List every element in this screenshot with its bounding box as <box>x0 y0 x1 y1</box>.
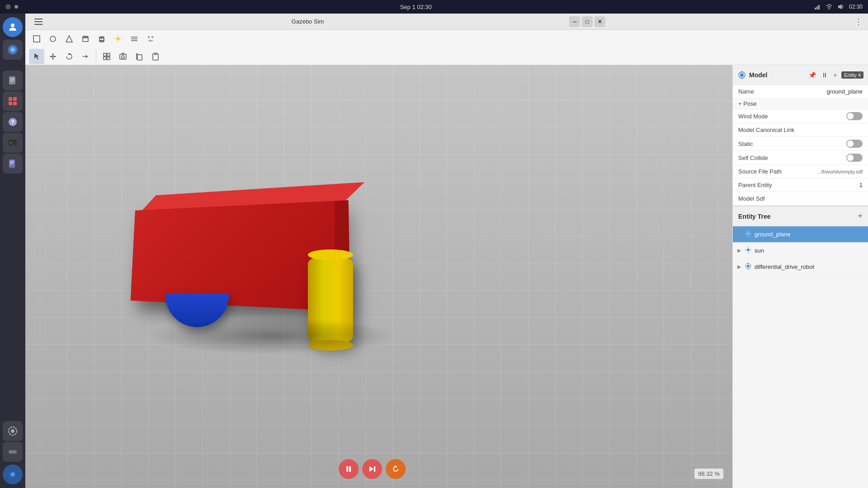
source-file-label: Source File Path <box>738 168 817 175</box>
grid-view-btn[interactable] <box>99 49 114 64</box>
capsule-btn[interactable] <box>94 31 109 47</box>
wifi-icon <box>826 3 833 10</box>
model-icon-ground-plane <box>745 230 752 239</box>
storage-icon[interactable]: SSD <box>3 442 23 462</box>
paste-btn[interactable] <box>148 49 163 64</box>
svg-rect-60 <box>104 57 106 60</box>
tree-item-robot[interactable]: ▶ differential_drive_robot <box>733 259 868 275</box>
pause-button[interactable] <box>339 459 359 479</box>
static-toggle[interactable] <box>846 140 863 148</box>
svg-point-78 <box>748 230 749 231</box>
skip-button[interactable] <box>362 459 382 479</box>
terminal-icon[interactable]: >_ <box>3 133 23 153</box>
gazebo-icon[interactable] <box>3 465 23 484</box>
source-file-property: Source File Path ...8/worlds/empty.sdf <box>733 165 868 178</box>
svg-marker-53 <box>52 53 54 55</box>
svg-rect-91 <box>818 5 820 9</box>
svg-marker-55 <box>50 56 52 57</box>
svg-point-80 <box>747 249 750 251</box>
inspector-pause-btn[interactable]: ⏸ <box>820 70 830 80</box>
svg-point-50 <box>152 40 153 41</box>
minimize-button[interactable]: ─ <box>569 16 580 27</box>
box-btn[interactable] <box>29 31 44 47</box>
screenshot-btn[interactable] <box>115 49 131 64</box>
text-editor-icon[interactable] <box>3 154 23 174</box>
svg-rect-18 <box>10 162 14 163</box>
kebab-menu[interactable]: ⋮ <box>854 17 863 27</box>
cylinder-btn[interactable] <box>78 31 93 47</box>
sphere-btn[interactable] <box>45 31 61 47</box>
tree-item-sun[interactable]: ▶ sun <box>733 243 868 259</box>
name-label: Name <box>738 88 826 95</box>
cone-btn[interactable] <box>61 31 77 47</box>
expand-icon-sun: ▶ <box>737 248 745 253</box>
svg-point-31 <box>50 36 56 42</box>
toolbar-row-1 <box>25 30 868 47</box>
maximize-button[interactable]: □ <box>582 16 593 27</box>
svg-rect-8 <box>9 97 12 101</box>
tree-add-button[interactable]: + <box>858 211 863 221</box>
move-tool-btn[interactable] <box>45 49 61 64</box>
arrow-tool-btn[interactable] <box>78 49 93 64</box>
svg-rect-61 <box>107 57 110 60</box>
tree-item-label-robot: differential_drive_robot <box>755 263 814 270</box>
svg-marker-93 <box>838 4 842 9</box>
apt-icon[interactable] <box>3 91 23 111</box>
window-controls: ─ □ ✕ <box>569 16 605 27</box>
rotate-tool-btn[interactable] <box>61 49 77 64</box>
pose-label: + Pose <box>738 100 863 107</box>
svg-point-0 <box>11 23 14 27</box>
svg-rect-59 <box>107 53 110 56</box>
files-icon[interactable] <box>3 70 23 90</box>
expand-icon-robot: ▶ <box>737 264 745 270</box>
help-icon[interactable]: ? <box>3 112 23 132</box>
light-btn[interactable] <box>110 31 126 47</box>
svg-point-76 <box>747 232 750 235</box>
svg-point-26 <box>11 473 14 476</box>
svg-point-49 <box>148 40 150 41</box>
svg-rect-30 <box>33 36 40 42</box>
svg-point-3 <box>11 48 14 51</box>
select-tool-btn[interactable] <box>29 49 44 64</box>
wind-mode-toggle[interactable] <box>846 112 863 120</box>
svg-rect-9 <box>13 97 17 101</box>
viewport-3d[interactable]: 98.32 % <box>25 65 732 488</box>
svg-rect-90 <box>816 6 818 9</box>
tree-item-ground-plane[interactable]: ▶ ground_plane <box>733 226 868 243</box>
svg-point-47 <box>151 36 153 38</box>
model-icon <box>737 70 746 80</box>
volume-icon <box>837 3 844 10</box>
particles-btn[interactable] <box>143 31 158 47</box>
wind-mode-label: Wind Mode <box>738 113 846 120</box>
tree-header: Entity Tree + <box>733 206 868 226</box>
svg-rect-66 <box>154 53 157 55</box>
line-btn[interactable] <box>127 31 142 47</box>
svg-rect-11 <box>13 102 17 105</box>
svg-point-38 <box>116 37 120 41</box>
static-label: Static <box>738 141 846 147</box>
svg-rect-89 <box>815 8 816 9</box>
inspector-add-btn[interactable]: + <box>831 70 839 80</box>
main-content: 98.32 % Model 📌 ⏸ <box>25 65 868 488</box>
copy-btn[interactable] <box>132 49 147 64</box>
avatar-icon[interactable] <box>3 17 23 37</box>
close-button[interactable]: ✕ <box>594 16 605 27</box>
taskbar-menu-dot[interactable] <box>5 4 11 9</box>
pose-property[interactable]: + Pose <box>733 99 868 109</box>
window-titlebar: Gazebo Sim ─ □ ✕ ⋮ <box>25 14 868 30</box>
self-collide-toggle[interactable] <box>846 154 863 162</box>
settings-icon[interactable] <box>3 421 23 441</box>
orb-icon[interactable] <box>3 40 23 60</box>
svg-rect-29 <box>34 24 42 25</box>
system-taskbar: Sep 1 02:30 02:30 <box>0 0 868 14</box>
separator-1 <box>96 50 96 63</box>
toolbar-row-2 <box>25 47 868 65</box>
inspector-pin-btn[interactable]: 📌 <box>807 70 818 80</box>
svg-rect-64 <box>137 55 142 60</box>
canonical-link-label: Model Canonical Link <box>738 127 863 133</box>
svg-rect-7 <box>10 81 13 82</box>
reset-button[interactable] <box>386 459 406 479</box>
model-sdf-label: Model Sdf <box>738 195 863 202</box>
hamburger-menu[interactable] <box>31 14 46 29</box>
svg-text:>_: >_ <box>10 141 15 145</box>
